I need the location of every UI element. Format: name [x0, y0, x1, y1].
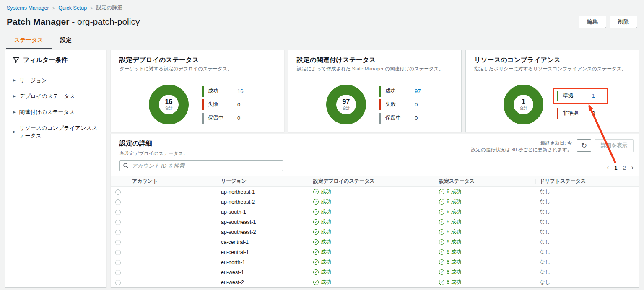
column-header: ドリフトステータス: [535, 176, 639, 187]
success-check-icon: ✓: [439, 280, 444, 285]
legend-item: 準拠 1: [557, 91, 602, 101]
breadcrumb-item[interactable]: Quick Setup: [58, 5, 87, 11]
cell-config-status: ✓6 成功: [439, 228, 461, 236]
table-row: eu-west-2 ✓成功 ✓6 成功 なし: [111, 277, 639, 287]
filter-group[interactable]: ▶デプロイのステータス: [13, 88, 99, 104]
donut-chart: 97 合計: [326, 85, 366, 124]
legend-color-bar: [202, 99, 204, 110]
cell-region: eu-west-2: [217, 277, 309, 287]
expand-triangle-icon: ▶: [13, 111, 16, 114]
cell-account: [128, 237, 217, 247]
success-check-icon: ✓: [313, 199, 319, 205]
refresh-button[interactable]: ↻: [577, 139, 591, 152]
table-row: eu-north-1 ✓成功 ✓6 成功 なし: [111, 257, 639, 267]
cell-account: [128, 197, 217, 207]
legend-value: 0: [237, 101, 247, 108]
row-radio-button[interactable]: [115, 250, 121, 255]
chart-legend: 成功 97 失敗 0 保留中 0: [379, 86, 425, 124]
deploy-status-text: 成功: [321, 259, 331, 266]
section-title: 設定の詳細: [119, 139, 283, 148]
table-row: eu-central-1 ✓成功 ✓6 成功 なし: [111, 247, 639, 257]
legend-value[interactable]: 16: [237, 88, 247, 94]
last-updated-line1: 最終更新日: 今: [471, 140, 572, 146]
success-check-icon: ✓: [439, 259, 444, 265]
success-check-icon: ✓: [313, 249, 319, 255]
pagination-page-2[interactable]: 2: [623, 165, 626, 171]
row-radio-button[interactable]: [115, 270, 121, 275]
select-column-header: [111, 176, 128, 187]
legend-color-bar: [379, 113, 381, 124]
page-title-product: Patch Manager: [7, 17, 69, 26]
row-radio-button[interactable]: [115, 240, 121, 245]
tab-settings[interactable]: 設定: [58, 33, 74, 49]
row-radio-button[interactable]: [115, 280, 121, 285]
edit-button[interactable]: 編集: [579, 16, 606, 28]
row-radio-button[interactable]: [115, 260, 121, 265]
tab-status[interactable]: ステータス: [12, 33, 46, 49]
config-status-text: 6 成功: [447, 238, 461, 246]
config-details-card: 設定の詳細 各設定デプロイのステータス。: [111, 134, 639, 287]
legend-item: 失敗 0: [202, 99, 247, 110]
donut-total-label: 合計: [165, 106, 173, 111]
legend-color-bar: [202, 86, 204, 97]
cell-drift-status: なし: [535, 277, 639, 287]
success-check-icon: ✓: [439, 199, 444, 205]
cell-region: ap-south-1: [217, 207, 309, 217]
legend-item: 保留中 0: [202, 113, 247, 124]
config-status-text: 6 成功: [447, 188, 461, 195]
table-row: ca-central-1 ✓成功 ✓6 成功 なし: [111, 237, 639, 247]
cell-region: ap-southeast-2: [217, 227, 309, 237]
legend-value[interactable]: 97: [415, 88, 425, 94]
config-status-text: 6 成功: [447, 198, 461, 205]
deploy-status-text: 成功: [321, 218, 331, 225]
row-radio-button[interactable]: [115, 199, 121, 205]
cell-drift-status: なし: [535, 197, 639, 207]
cell-drift-status: なし: [535, 207, 639, 217]
cell-deploy-status: ✓成功: [313, 279, 331, 286]
row-radio-button[interactable]: [115, 230, 121, 235]
breadcrumb-item[interactable]: Systems Manager: [7, 5, 49, 11]
column-header: 設定デプロイのステータス: [309, 176, 435, 187]
donut-total-label: 合計: [343, 106, 350, 111]
cell-deploy-status: ✓成功: [313, 208, 331, 215]
row-radio-button[interactable]: [115, 210, 121, 215]
success-check-icon: ✓: [439, 249, 444, 255]
legend-color-bar: [557, 91, 558, 101]
legend-value: 0: [592, 110, 602, 117]
cell-region: ap-northeast-1: [217, 187, 309, 197]
search-input[interactable]: [132, 163, 279, 169]
pagination-page-1[interactable]: 1: [614, 165, 617, 171]
success-check-icon: ✓: [313, 229, 319, 235]
card-subtitle: 設定によって作成された State Manager の関連付けのステータス。: [297, 66, 453, 72]
cell-account: [128, 217, 217, 227]
view-details-button[interactable]: 詳細を表示: [595, 139, 634, 152]
cell-deploy-status: ✓成功: [313, 198, 331, 205]
filter-group[interactable]: ▶リソースのコンプライアンスステータス: [13, 120, 99, 144]
row-radio-button[interactable]: [115, 220, 121, 225]
row-radio-button[interactable]: [115, 189, 121, 195]
pagination-next-icon[interactable]: ›: [631, 164, 634, 171]
filter-group[interactable]: ▶関連付けのステータス: [13, 104, 99, 120]
delete-button[interactable]: 削除: [610, 16, 637, 28]
legend-label: 保留中: [385, 114, 415, 122]
success-check-icon: ✓: [313, 209, 319, 215]
column-header: 設定ステータス: [435, 176, 535, 187]
cell-drift-status: なし: [535, 247, 639, 257]
table-header-row: アカウントリージョン設定デプロイのステータス設定ステータスドリフトステータス: [111, 176, 639, 187]
page-title: Patch Manager - org-patch-policy: [7, 17, 140, 27]
account-search-box[interactable]: [119, 160, 283, 171]
cell-drift-status: なし: [535, 227, 639, 237]
cell-account: [128, 227, 217, 237]
donut-total-value: 97: [343, 98, 350, 106]
legend-value[interactable]: 1: [592, 93, 602, 99]
filter-panel: フィルター条件 ▶リージョン▶デプロイのステータス▶関連付けのステータス▶リソー…: [5, 50, 106, 287]
pagination-prev-icon[interactable]: ‹: [607, 164, 609, 171]
legend-color-bar: [202, 113, 204, 124]
legend-item: 成功 16: [202, 86, 247, 97]
filter-group[interactable]: ▶リージョン: [13, 72, 99, 88]
tab-divider: [52, 38, 52, 44]
config-status-text: 6 成功: [447, 218, 461, 225]
divider: [5, 70, 106, 70]
cell-region: ap-northeast-2: [217, 197, 309, 207]
breadcrumb-separator: >: [52, 5, 55, 10]
